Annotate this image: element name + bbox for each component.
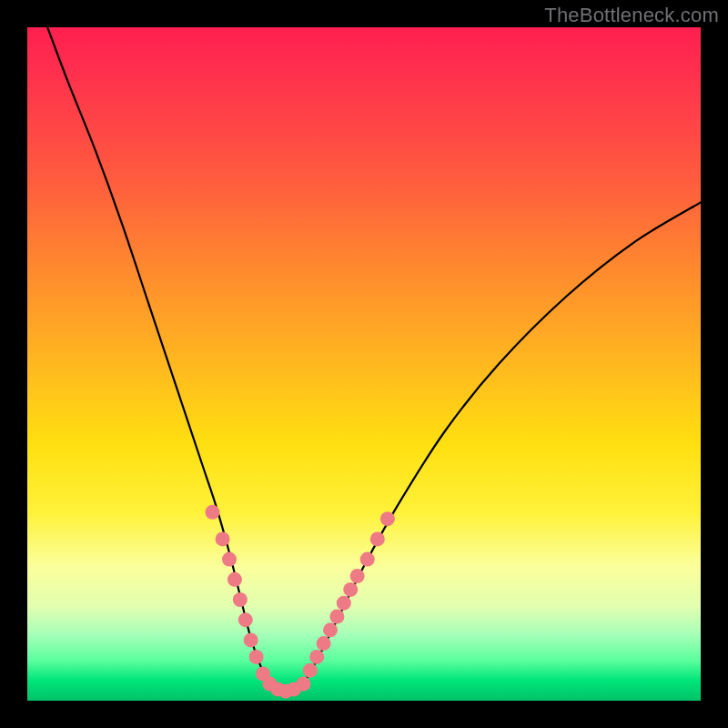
marker-dot: [309, 650, 324, 664]
marker-dot: [233, 592, 248, 607]
marker-dot: [296, 677, 310, 692]
marker-dot: [329, 610, 344, 624]
marker-dot: [323, 622, 338, 637]
curve-group: [47, 27, 701, 692]
marker-group: [206, 505, 395, 699]
marker-dot: [206, 505, 220, 520]
watermark-text: TheBottleneck.com: [544, 4, 719, 27]
marker-dot: [238, 612, 253, 627]
chart-svg: [27, 27, 701, 701]
marker-dot: [216, 531, 230, 546]
marker-dot: [350, 569, 365, 583]
marker-dot: [380, 511, 395, 526]
marker-dot: [343, 582, 358, 597]
marker-dot: [249, 650, 264, 664]
marker-dot: [303, 663, 318, 678]
plot-area: [27, 27, 701, 701]
v-curve: [47, 27, 701, 692]
marker-dot: [317, 636, 331, 651]
marker-dot: [244, 632, 258, 647]
chart-frame: TheBottleneck.com: [0, 0, 728, 728]
marker-dot: [360, 552, 375, 567]
marker-dot: [337, 596, 351, 611]
marker-dot: [222, 552, 237, 567]
marker-dot: [370, 531, 385, 546]
marker-dot: [228, 572, 242, 587]
